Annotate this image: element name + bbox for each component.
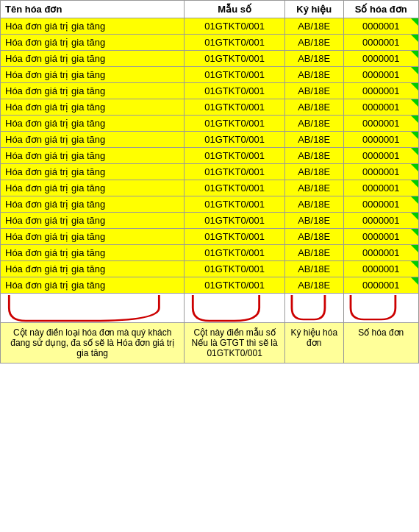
table-row: Hóa đơn giá trị gia tăng01GTKT0/001AB/18… <box>1 148 419 164</box>
cell-so: 0000001 <box>343 245 418 261</box>
cell-ky: AB/18E <box>284 213 343 229</box>
bracket-cell-1 <box>1 294 185 323</box>
header-so-hoa-don: Số hóa đơn <box>343 1 418 18</box>
header-ky-hieu: Ký hiệu <box>284 1 343 18</box>
cell-so: 0000001 <box>343 35 418 51</box>
annotation-row: Cột này điền loại hóa đơn mà quý khách đ… <box>1 323 419 363</box>
cell-so: 0000001 <box>343 99 418 116</box>
cell-mau: 01GTKT0/001 <box>185 213 285 229</box>
cell-ky: AB/18E <box>284 132 343 148</box>
cell-ky: AB/18E <box>284 18 343 35</box>
bracket-svg-2 <box>185 294 284 322</box>
cell-so: 0000001 <box>343 51 418 67</box>
table-row: Hóa đơn giá trị gia tăng01GTKT0/001AB/18… <box>1 51 419 67</box>
table-row: Hóa đơn giá trị gia tăng01GTKT0/001AB/18… <box>1 164 419 180</box>
table-row: Hóa đơn giá trị gia tăng01GTKT0/001AB/18… <box>1 35 419 51</box>
cell-name: Hóa đơn giá trị gia tăng <box>1 18 185 35</box>
cell-ky: AB/18E <box>284 116 343 132</box>
cell-ky: AB/18E <box>284 261 343 277</box>
cell-so: 0000001 <box>343 83 418 99</box>
table-row: Hóa đơn giá trị gia tăng01GTKT0/001AB/18… <box>1 277 419 294</box>
cell-mau: 01GTKT0/001 <box>185 277 285 294</box>
cell-ky: AB/18E <box>284 229 343 245</box>
cell-ky: AB/18E <box>284 196 343 213</box>
cell-mau: 01GTKT0/001 <box>185 148 285 164</box>
cell-name: Hóa đơn giá trị gia tăng <box>1 51 185 67</box>
cell-name: Hóa đơn giá trị gia tăng <box>1 180 185 196</box>
cell-mau: 01GTKT0/001 <box>185 196 285 213</box>
annotation-col2: Cột này điền mẫu số Nếu là GTGT thì sẽ l… <box>185 323 285 363</box>
bracket-cell-3 <box>284 294 343 323</box>
main-container: Tên hóa đơn Mẫu số Ký hiệu Số hóa đơn Hó… <box>0 0 419 363</box>
table-row: Hóa đơn giá trị gia tăng01GTKT0/001AB/18… <box>1 196 419 213</box>
cell-name: Hóa đơn giá trị gia tăng <box>1 229 185 245</box>
cell-name: Hóa đơn giá trị gia tăng <box>1 132 185 148</box>
cell-name: Hóa đơn giá trị gia tăng <box>1 261 185 277</box>
annotation-col3: Ký hiệu hóa đơn <box>284 323 343 363</box>
bracket-cell-2 <box>185 294 285 323</box>
cell-ky: AB/18E <box>284 277 343 294</box>
cell-ky: AB/18E <box>284 164 343 180</box>
cell-so: 0000001 <box>343 148 418 164</box>
cell-so: 0000001 <box>343 229 418 245</box>
cell-ky: AB/18E <box>284 51 343 67</box>
bracket-svg-1 <box>1 294 184 322</box>
cell-so: 0000001 <box>343 116 418 132</box>
cell-ky: AB/18E <box>284 67 343 83</box>
cell-mau: 01GTKT0/001 <box>185 180 285 196</box>
table-row: Hóa đơn giá trị gia tăng01GTKT0/001AB/18… <box>1 180 419 196</box>
cell-name: Hóa đơn giá trị gia tăng <box>1 99 185 116</box>
cell-name: Hóa đơn giá trị gia tăng <box>1 67 185 83</box>
cell-so: 0000001 <box>343 261 418 277</box>
table-row: Hóa đơn giá trị gia tăng01GTKT0/001AB/18… <box>1 99 419 116</box>
cell-mau: 01GTKT0/001 <box>185 83 285 99</box>
header-mau-so: Mẫu số <box>185 1 285 18</box>
cell-name: Hóa đơn giá trị gia tăng <box>1 277 185 294</box>
table-row: Hóa đơn giá trị gia tăng01GTKT0/001AB/18… <box>1 213 419 229</box>
cell-name: Hóa đơn giá trị gia tăng <box>1 213 185 229</box>
bracket-row <box>1 294 419 323</box>
table-row: Hóa đơn giá trị gia tăng01GTKT0/001AB/18… <box>1 18 419 35</box>
cell-so: 0000001 <box>343 196 418 213</box>
cell-name: Hóa đơn giá trị gia tăng <box>1 35 185 51</box>
cell-mau: 01GTKT0/001 <box>185 67 285 83</box>
cell-so: 0000001 <box>343 213 418 229</box>
table-row: Hóa đơn giá trị gia tăng01GTKT0/001AB/18… <box>1 229 419 245</box>
invoice-table: Tên hóa đơn Mẫu số Ký hiệu Số hóa đơn Hó… <box>0 0 419 363</box>
cell-name: Hóa đơn giá trị gia tăng <box>1 116 185 132</box>
table-row: Hóa đơn giá trị gia tăng01GTKT0/001AB/18… <box>1 83 419 99</box>
cell-name: Hóa đơn giá trị gia tăng <box>1 245 185 261</box>
cell-name: Hóa đơn giá trị gia tăng <box>1 148 185 164</box>
cell-ky: AB/18E <box>284 35 343 51</box>
cell-mau: 01GTKT0/001 <box>185 164 285 180</box>
cell-mau: 01GTKT0/001 <box>185 35 285 51</box>
bracket-cell-4 <box>343 294 418 323</box>
bracket-svg-4 <box>344 294 418 322</box>
table-row: Hóa đơn giá trị gia tăng01GTKT0/001AB/18… <box>1 245 419 261</box>
cell-mau: 01GTKT0/001 <box>185 99 285 116</box>
cell-mau: 01GTKT0/001 <box>185 18 285 35</box>
cell-mau: 01GTKT0/001 <box>185 132 285 148</box>
table-row: Hóa đơn giá trị gia tăng01GTKT0/001AB/18… <box>1 261 419 277</box>
cell-so: 0000001 <box>343 132 418 148</box>
table-header-row: Tên hóa đơn Mẫu số Ký hiệu Số hóa đơn <box>1 1 419 18</box>
cell-name: Hóa đơn giá trị gia tăng <box>1 196 185 213</box>
cell-so: 0000001 <box>343 180 418 196</box>
cell-ky: AB/18E <box>284 99 343 116</box>
header-ten-hoa-don: Tên hóa đơn <box>1 1 185 18</box>
cell-ky: AB/18E <box>284 83 343 99</box>
cell-mau: 01GTKT0/001 <box>185 51 285 67</box>
cell-so: 0000001 <box>343 277 418 294</box>
cell-ky: AB/18E <box>284 180 343 196</box>
table-row: Hóa đơn giá trị gia tăng01GTKT0/001AB/18… <box>1 116 419 132</box>
table-row: Hóa đơn giá trị gia tăng01GTKT0/001AB/18… <box>1 132 419 148</box>
cell-mau: 01GTKT0/001 <box>185 116 285 132</box>
cell-name: Hóa đơn giá trị gia tăng <box>1 164 185 180</box>
cell-mau: 01GTKT0/001 <box>185 229 285 245</box>
cell-ky: AB/18E <box>284 148 343 164</box>
cell-so: 0000001 <box>343 18 418 35</box>
bracket-svg-3 <box>285 294 343 322</box>
cell-mau: 01GTKT0/001 <box>185 245 285 261</box>
cell-name: Hóa đơn giá trị gia tăng <box>1 83 185 99</box>
cell-so: 0000001 <box>343 67 418 83</box>
